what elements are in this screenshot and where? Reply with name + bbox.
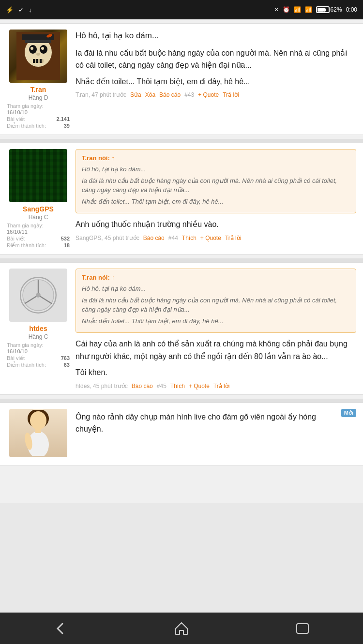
username-1: T.ran — [30, 86, 46, 93]
posts-row-2: Bài viết 532 — [7, 236, 70, 242]
post-num-1: #43 — [184, 91, 194, 98]
signal-icon: 📶 — [305, 6, 312, 13]
rank-2: Hàng C — [29, 214, 48, 221]
icon-2: ✓ — [18, 6, 24, 14]
join-date-3: 16/10/10 — [7, 348, 70, 354]
woman-avatar — [9, 409, 67, 457]
quote-text3-2: Nhắc đến toilet... Thôi tạm biệt, em đi … — [82, 197, 350, 207]
svg-point-5 — [41, 47, 44, 50]
author-time-1: T.ran, 47 phút trước — [76, 91, 126, 98]
battery-percent: 62% — [331, 6, 342, 13]
meta-2: Tham gia ngày: 16/10/11 Bài viết 532 Điể… — [7, 223, 70, 249]
quote-text2-2: Ia đái là nhu cầu bất buộc hàng ngày của… — [82, 176, 350, 195]
battery-icon — [316, 6, 330, 13]
join-date-2: 16/10/11 — [7, 229, 70, 235]
quote-link-2[interactable]: + Quote — [200, 235, 221, 241]
rank-1: Hàng D — [29, 94, 48, 101]
mercedes-avatar — [9, 269, 67, 322]
meta-3: Tham gia ngày: 16/10/10 Bài viết 763 Điể… — [7, 342, 70, 369]
quote-link-3[interactable]: + Quote — [189, 383, 210, 389]
reply-link-2[interactable]: Trả lời — [225, 235, 242, 241]
post-body-2: Anh uống thuốc nhuận trường nhiều vào. — [76, 218, 356, 231]
quote-title-3: T.ran nói: ↑ — [82, 274, 350, 281]
posts-row-1: Bài viết 2.141 — [7, 116, 70, 122]
post-1: T.ran Hàng D Tham gia ngày: 16/10/10 Bài… — [0, 23, 363, 135]
svg-rect-10 — [40, 59, 42, 63]
pirate-avatar — [9, 30, 67, 83]
alarm-icon: ⏰ — [283, 6, 290, 13]
svg-point-19 — [36, 293, 41, 298]
quote-box-3: T.ran nói: ↑ Hô hô, tại hạ ko dám... Ia … — [76, 269, 356, 333]
new-badge-4: Mới — [341, 409, 356, 417]
svg-rect-8 — [33, 59, 35, 63]
quote-text1-2: Hô hô, tại hạ ko dám... — [82, 165, 350, 174]
quote-title-2: T.ran nói: ↑ — [82, 154, 350, 162]
author-time-2: SangGPS, 45 phút trước — [76, 235, 139, 241]
post-num-3: #45 — [157, 383, 166, 389]
time-display: 0:00 — [346, 6, 357, 13]
meta-1: Tham gia ngày: 16/10/10 Bài viết 2.141 Đ… — [7, 103, 70, 130]
home-button[interactable] — [162, 616, 201, 641]
icon-1: ⚡ — [6, 6, 14, 14]
report-link-2[interactable]: Báo cáo — [143, 235, 165, 241]
quote-link-1[interactable]: + Quote — [198, 91, 219, 98]
mute-icon: ✕ — [274, 6, 279, 13]
post-body2-3: Tôi khen. — [76, 366, 356, 379]
svg-rect-25 — [297, 624, 308, 633]
post-2: SangGPS Hàng C Tham gia ngày: 16/10/11 B… — [0, 143, 363, 255]
join-label-1: Tham gia ngày: — [7, 103, 70, 109]
post-body-4: Ông nào rảnh dây chụp màn hình live cho … — [76, 411, 356, 435]
quote-text2-3: Ia đái là nhu cầu bất buộc hàng ngày của… — [82, 296, 350, 315]
quote-text1-3: Hô hô, tại hạ ko dám... — [82, 284, 350, 294]
report-link-1[interactable]: Báo cáo — [159, 91, 181, 98]
points-row-1: Điểm thành tích: 39 — [7, 123, 70, 129]
svg-point-21 — [30, 411, 46, 430]
main-content: T.ran Hàng D Tham gia ngày: 16/10/10 Bài… — [0, 19, 363, 503]
username-2: SangGPS — [23, 205, 54, 213]
user-col-4 — [7, 409, 70, 460]
rank-3: Hàng C — [29, 333, 48, 340]
points-row-3: Điểm thành tích: 63 — [7, 362, 70, 368]
reply-link-3[interactable]: Trả lời — [213, 383, 230, 389]
author-time-3: htdes, 45 phút trước — [76, 383, 128, 389]
avatar-1 — [9, 30, 67, 83]
join-label-2: Tham gia ngày: — [7, 223, 70, 228]
post-main-text-1: Hô hô, tại hạ ko dám... — [76, 30, 356, 42]
avatar-2 — [9, 149, 67, 202]
green-avatar — [9, 149, 67, 202]
post-content-1: Hô hô, tại hạ ko dám... Ia đái là nhu cầ… — [76, 30, 356, 130]
like-link-2[interactable]: Thích — [182, 235, 197, 241]
status-right-icons: ✕ ⏰ 📶 📶 62% 0:00 — [274, 6, 357, 13]
svg-point-6 — [36, 53, 40, 56]
post-body-3: Cái hay của anh là anh có thể sản xuất r… — [76, 338, 356, 362]
post-footer-1: T.ran, 47 phút trước Sửa Xóa Báo cáo #43… — [76, 91, 356, 98]
wifi-icon: 📶 — [294, 6, 301, 13]
points-row-2: Điểm thành tích: 18 — [7, 242, 70, 249]
avatar-3 — [9, 269, 67, 322]
post-second-1: Nhắc đến toilet... Thôi tạm biệt, em đi … — [76, 75, 356, 88]
post-content-4: Mới Ông nào rảnh dây chụp màn hình live … — [76, 409, 356, 460]
svg-point-4 — [30, 47, 33, 50]
post-body-1: Ia đái là nhu cầu bất buộc hàng ngày của… — [76, 47, 356, 72]
posts-row-3: Bài viết 763 — [7, 355, 70, 361]
user-col-2: SangGPS Hàng C Tham gia ngày: 16/10/11 B… — [7, 149, 70, 249]
delete-link-1[interactable]: Xóa — [145, 91, 155, 98]
edit-link-1[interactable]: Sửa — [130, 91, 141, 98]
user-col-1: T.ran Hàng D Tham gia ngày: 16/10/10 Bài… — [7, 30, 70, 130]
join-label-3: Tham gia ngày: — [7, 342, 70, 348]
post-footer-3: htdes, 45 phút trước Báo cáo #45 Thích +… — [76, 383, 356, 389]
back-button[interactable] — [41, 616, 80, 641]
join-date-1: 16/10/10 — [7, 109, 70, 115]
reply-link-1[interactable]: Trả lời — [223, 91, 239, 98]
bottom-nav — [0, 613, 363, 644]
svg-rect-9 — [36, 59, 38, 63]
post-4: Mới Ông nào rảnh dây chụp màn hình live … — [0, 403, 363, 465]
username-3: htdes — [29, 325, 47, 332]
status-bar: ⚡ ✓ ↓ ✕ ⏰ 📶 📶 62% 0:00 — [0, 0, 363, 19]
recent-button[interactable] — [283, 616, 322, 641]
like-link-3[interactable]: Thích — [170, 383, 185, 389]
post-footer-2: SangGPS, 45 phút trước Báo cáo #44 Thích… — [76, 235, 356, 241]
post-3: htdes Hàng C Tham gia ngày: 16/10/10 Bài… — [0, 262, 363, 395]
quote-box-2: T.ran nói: ↑ Hô hô, tại hạ ko dám... Ia … — [76, 149, 356, 213]
report-link-3[interactable]: Báo cáo — [132, 383, 153, 389]
